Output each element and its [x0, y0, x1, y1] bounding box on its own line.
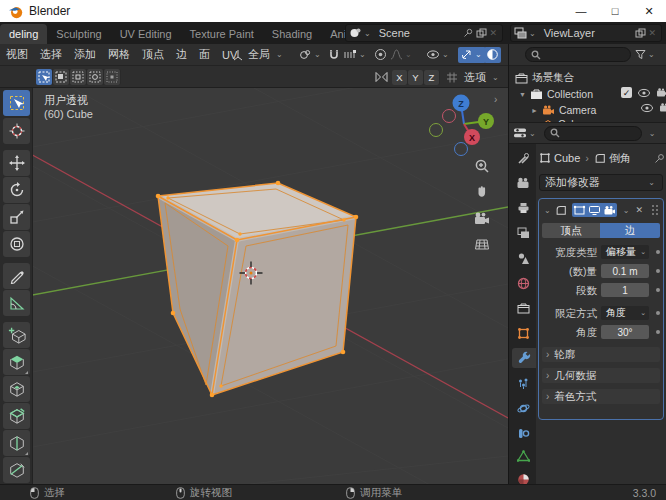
collapse-icon[interactable]: ⌄ [542, 206, 553, 215]
animate-dot[interactable] [656, 330, 660, 334]
camera-view-button[interactable] [471, 208, 491, 228]
tool-3d-cursor[interactable] [3, 118, 30, 144]
tab-physics[interactable] [512, 398, 534, 418]
scene-name[interactable]: Scene [373, 27, 416, 39]
show-gizmo-dropdown[interactable]: ⌄ [424, 47, 453, 63]
modifier-extras-dropdown[interactable]: ⌄ [621, 206, 632, 215]
options-dropdown[interactable]: 选项 ⌄ [462, 69, 503, 85]
mirror-y-button[interactable]: Y [408, 70, 423, 85]
copy-viewlayer-icon[interactable] [635, 28, 646, 39]
tab-vertex-bevel[interactable]: 顶点 [542, 223, 600, 238]
pivot-point-dropdown[interactable]: ⌄ [297, 47, 325, 63]
copy-scene-icon[interactable] [476, 28, 487, 39]
width-type-dropdown[interactable]: 偏移量⌄ [601, 245, 649, 259]
remove-viewlayer-icon[interactable]: ✕ [646, 28, 658, 38]
lasso-select-button[interactable] [87, 69, 103, 85]
pin-icon[interactable] [654, 153, 665, 164]
tool-loop-cut[interactable] [3, 430, 30, 456]
transform-orientation-dropdown[interactable]: 全局 ⌄ [230, 47, 287, 63]
tab-collection[interactable] [512, 298, 534, 318]
expand-arrow-icon[interactable]: ▼ [519, 91, 526, 98]
tool-knife[interactable] [3, 457, 30, 483]
scene-selector[interactable]: ⌄ Scene ✕ [345, 24, 503, 42]
tab-view-layer[interactable] [512, 223, 534, 243]
tool-add-cube[interactable] [3, 322, 30, 348]
menu-face[interactable]: 面 [193, 47, 216, 62]
tab-constraints[interactable] [512, 423, 534, 443]
minimize-button[interactable]: — [564, 0, 598, 22]
segments-field[interactable]: 1 [601, 283, 649, 297]
realtime-toggle[interactable] [588, 205, 601, 216]
pan-button[interactable] [472, 182, 492, 202]
menu-add[interactable]: 添加 [68, 47, 102, 62]
paint-select-button[interactable] [104, 69, 120, 85]
tool-inset-faces[interactable] [3, 376, 30, 402]
section-shading[interactable]: ›着色方式 [542, 389, 660, 404]
eye-icon[interactable] [640, 103, 654, 113]
tool-measure[interactable] [3, 290, 30, 316]
orthographic-toggle-button[interactable] [472, 234, 492, 254]
maximize-button[interactable]: □ [598, 0, 632, 22]
animate-dot[interactable] [656, 288, 660, 292]
add-modifier-button[interactable]: 添加修改器 ⌄ [539, 174, 663, 191]
breadcrumb-modifier[interactable]: 倒角 [609, 151, 631, 166]
tab-scene[interactable] [512, 248, 534, 268]
animate-dot[interactable] [656, 311, 660, 315]
camera-restrict-icon[interactable] [656, 88, 666, 98]
angle-field[interactable]: 30° [601, 325, 649, 339]
viewlayer-name[interactable]: ViewLayer [538, 27, 601, 39]
editor-type-dropdown[interactable]: ⌄ [513, 127, 538, 139]
tab-modifiers[interactable] [512, 348, 536, 368]
zoom-button[interactable] [472, 156, 492, 176]
expand-arrow-icon[interactable]: ► [531, 107, 538, 114]
menu-edge[interactable]: 边 [170, 47, 193, 62]
close-button[interactable]: ✕ [632, 0, 666, 22]
section-geometry[interactable]: ›几何数据 [542, 368, 660, 383]
amount-field[interactable]: 0.1 m [601, 264, 649, 278]
chevron-down-icon[interactable]: ⌄ [527, 29, 538, 38]
camera-restrict-icon[interactable] [659, 103, 666, 113]
gizmos-toggle[interactable]: ⌄ [458, 47, 486, 63]
outliner-filter-dropdown[interactable]: ⌄ [635, 49, 657, 60]
viewport-canvas[interactable]: 用户透视 (60) Cube Z Y X › [0, 88, 508, 484]
tool-tweak-select[interactable] [3, 90, 30, 116]
tool-extrude-region[interactable] [3, 349, 30, 375]
snap-settings-dropdown[interactable]: ⌄ [341, 47, 370, 63]
animate-dot[interactable] [656, 250, 660, 254]
tab-render[interactable] [512, 173, 534, 193]
menu-view[interactable]: 视图 [0, 47, 34, 62]
workspace-tab-sculpting[interactable]: Sculpting [47, 24, 110, 44]
menu-mesh[interactable]: 网格 [102, 47, 136, 62]
section-profile[interactable]: ›轮廓 [542, 347, 660, 362]
breadcrumb-object[interactable]: Cube [554, 152, 580, 164]
tab-particles[interactable] [512, 373, 534, 393]
tab-world[interactable] [512, 273, 534, 293]
tool-rotate[interactable] [3, 177, 30, 203]
tool-scale[interactable] [3, 204, 30, 230]
edit-mode-toggle[interactable] [573, 205, 586, 216]
tool-bevel[interactable] [3, 403, 30, 429]
tab-object[interactable] [512, 323, 534, 343]
pin-icon[interactable] [463, 28, 473, 38]
render-toggle[interactable] [603, 205, 616, 216]
limit-method-dropdown[interactable]: 角度⌄ [601, 306, 649, 320]
workspace-tab-texture-paint[interactable]: Texture Paint [181, 24, 263, 44]
tab-edge-bevel[interactable]: 边 [600, 223, 660, 238]
workspace-tab-modeling[interactable]: deling [0, 24, 47, 44]
checkbox-icon[interactable]: ✓ [621, 87, 632, 98]
snap-to-grid-toggle[interactable] [443, 69, 461, 85]
tool-move[interactable] [3, 150, 30, 176]
outliner-row-collection[interactable]: ▼ Collection [519, 86, 593, 102]
snap-toggle[interactable] [326, 47, 342, 63]
menu-vertex[interactable]: 顶点 [136, 47, 170, 62]
outliner-row-scene-collection[interactable]: 场景集合 [515, 70, 574, 86]
remove-scene-icon[interactable]: ✕ [487, 28, 499, 38]
outliner-search-input[interactable] [525, 47, 631, 62]
drag-handle-icon[interactable] [650, 204, 660, 216]
tab-object-data[interactable] [512, 446, 534, 466]
mirror-toggle[interactable] [372, 69, 391, 85]
chevron-down-icon[interactable]: ⌄ [362, 29, 373, 38]
animate-dot[interactable] [656, 269, 660, 273]
overlays-toggle[interactable] [484, 47, 501, 63]
properties-search-input[interactable] [544, 126, 642, 141]
